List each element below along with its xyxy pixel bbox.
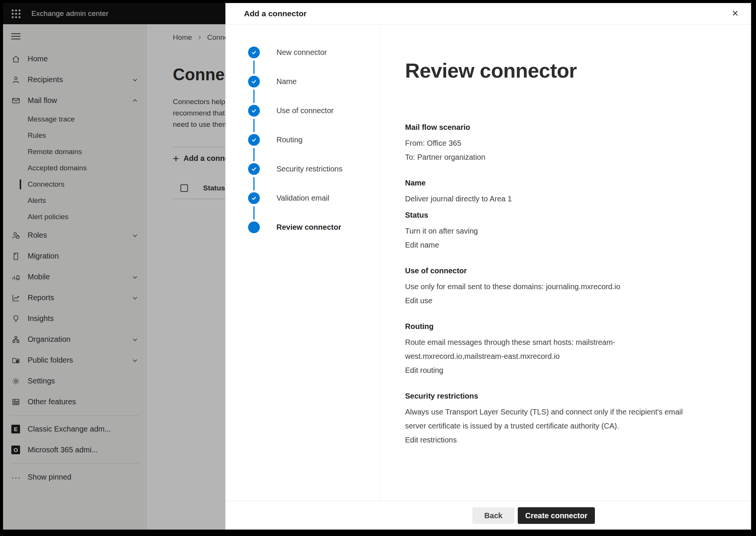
add-connector-wizard-panel: Add a connector ✕ New connector Name (225, 3, 751, 530)
close-icon[interactable]: ✕ (728, 7, 742, 20)
review-connector-content: Review connector Mail flow scenario From… (380, 25, 751, 501)
mail-flow-from: From: Office 365 (405, 136, 704, 150)
section-title: Name (405, 178, 704, 188)
review-heading: Review connector (405, 59, 725, 82)
step-complete-icon (248, 163, 260, 175)
wizard-stepper: New connector Name Use of connector Rout… (225, 25, 380, 501)
section-title: Routing (405, 321, 704, 332)
routing-section: Routing Route email messages through the… (405, 321, 704, 377)
routing-value: Route email messages through these smart… (405, 335, 704, 363)
wizard-title: Add a connector (244, 9, 307, 18)
step-review-connector[interactable]: Review connector (248, 221, 380, 251)
connector-name-value: Deliver journal directly to Area 1 (405, 192, 704, 206)
step-complete-icon (248, 134, 260, 146)
name-section: Name Deliver journal directly to Area 1 … (405, 178, 704, 252)
edit-use-link[interactable]: Edit use (405, 294, 432, 308)
step-connector-line (253, 148, 255, 161)
step-complete-icon (248, 192, 260, 204)
step-active-icon (248, 221, 260, 233)
security-restrictions-value: Always use Transport Layer Security (TLS… (405, 405, 704, 433)
step-name[interactable]: Name (248, 76, 380, 105)
edit-routing-link[interactable]: Edit routing (405, 363, 443, 377)
use-of-connector-section: Use of connector Use only for email sent… (405, 265, 704, 308)
edit-restrictions-link[interactable]: Edit restrictions (405, 433, 457, 447)
step-complete-icon (248, 76, 260, 87)
section-title: Security restrictions (405, 391, 704, 401)
status-value: Turn it on after saving (405, 224, 704, 238)
status-subsection-title: Status (405, 210, 704, 220)
mail-flow-to: To: Partner organization (405, 150, 704, 164)
step-connector-line (253, 61, 255, 74)
step-security-restrictions[interactable]: Security restrictions (248, 163, 380, 192)
security-restrictions-section: Security restrictions Always use Transpo… (405, 391, 704, 447)
step-routing[interactable]: Routing (248, 134, 380, 163)
step-complete-icon (248, 105, 260, 117)
app-window: Exchange admin center Home Recipients Ma… (3, 3, 751, 530)
back-button[interactable]: Back (472, 507, 514, 524)
wizard-header: Add a connector ✕ (225, 3, 751, 25)
step-validation-email[interactable]: Validation email (248, 192, 380, 221)
create-connector-button[interactable]: Create connector (518, 507, 595, 524)
use-of-connector-value: Use only for email sent to these domains… (405, 280, 704, 294)
step-new-connector[interactable]: New connector (248, 47, 380, 76)
step-connector-line (253, 206, 255, 220)
screenshot-frame: Exchange admin center Home Recipients Ma… (0, 0, 756, 536)
step-complete-icon (248, 47, 260, 58)
edit-name-link[interactable]: Edit name (405, 238, 439, 252)
step-connector-line (253, 177, 255, 190)
step-use-of-connector[interactable]: Use of connector (248, 105, 380, 134)
wizard-footer: Back Create connector (225, 501, 751, 530)
step-connector-line (253, 119, 255, 132)
step-connector-line (253, 90, 255, 103)
section-title: Mail flow scenario (405, 122, 704, 132)
section-title: Use of connector (405, 265, 704, 276)
mail-flow-scenario-section: Mail flow scenario From: Office 365 To: … (405, 122, 704, 164)
